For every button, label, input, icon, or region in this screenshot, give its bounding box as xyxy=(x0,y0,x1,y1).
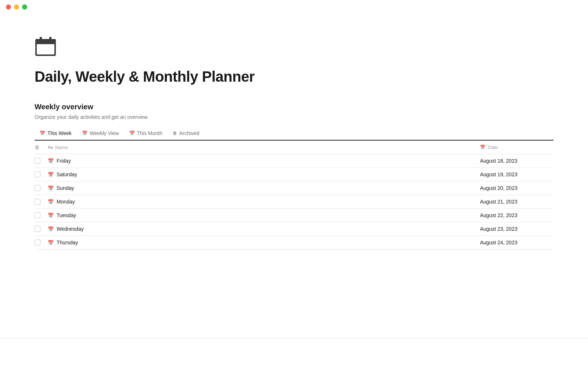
date-header-icon: 📅 xyxy=(480,145,485,150)
maximize-button[interactable] xyxy=(22,4,27,10)
table-row: 📅 Monday August 21, 2023 xyxy=(35,195,553,209)
trash-header-icon: 🗑 xyxy=(35,144,40,150)
section-title: Weekly overview xyxy=(35,103,553,111)
table-row: 📅 Saturday August 19, 2023 xyxy=(35,168,553,181)
row-date-col-2: August 19, 2023 xyxy=(480,171,553,177)
header-check-col: 🗑 xyxy=(35,144,48,150)
row-cal-icon-4: 📅 xyxy=(48,199,54,205)
table-row: 📅 Thursday August 24, 2023 xyxy=(35,236,553,250)
calendar-icon-2: 📅 xyxy=(82,131,87,136)
checkbox-6[interactable] xyxy=(35,226,40,232)
table-row: 📅 Tuesday August 22, 2023 xyxy=(35,209,553,222)
tab-bar: 📅 This Week 📅 Weekly View 📅 This Month 🗑… xyxy=(35,127,553,141)
aa-icon: Aa xyxy=(48,145,53,149)
checkbox-2[interactable] xyxy=(35,171,40,177)
checkbox-4[interactable] xyxy=(35,199,40,205)
row-check-col-5 xyxy=(35,212,48,218)
header-name-col: Aa Name xyxy=(48,145,480,150)
tab-this-month[interactable]: 📅 This Month xyxy=(124,127,168,141)
row-date-col-7: August 24, 2023 xyxy=(480,240,553,245)
row-cal-icon-6: 📅 xyxy=(48,226,54,232)
row-check-col-4 xyxy=(35,199,48,205)
minimize-button[interactable] xyxy=(14,4,19,10)
row-cal-icon-2: 📅 xyxy=(48,172,54,177)
trash-icon: 🗑 xyxy=(173,131,177,136)
page-icon xyxy=(35,36,553,68)
section-description: Organize your daily activities and get a… xyxy=(35,114,553,120)
row-name-col-1: 📅 Friday xyxy=(48,158,480,164)
row-date-col-1: August 18, 2023 xyxy=(480,158,553,164)
calendar-icon: 📅 xyxy=(40,131,45,136)
row-name-col-3: 📅 Sunday xyxy=(48,185,480,191)
page-title: Daily, Weekly & Monthly Planner xyxy=(35,68,553,85)
row-name-col-6: 📅 Wednesday xyxy=(48,226,480,232)
calendar-icon-3: 📅 xyxy=(129,131,135,136)
table-header: 🗑 Aa Name 📅 Date xyxy=(35,141,553,154)
tab-archived[interactable]: 🗑 Archived xyxy=(168,127,204,141)
row-check-col-2 xyxy=(35,171,48,177)
table-row: 📅 Wednesday August 23, 2023 xyxy=(35,222,553,236)
row-name-col-5: 📅 Tuesday xyxy=(48,212,480,218)
row-date-col-6: August 23, 2023 xyxy=(480,226,553,232)
row-cal-icon-7: 📅 xyxy=(48,240,54,245)
checkbox-1[interactable] xyxy=(35,158,40,164)
row-date-col-5: August 22, 2023 xyxy=(480,212,553,218)
row-date-col-3: August 20, 2023 xyxy=(480,185,553,191)
row-name-col-2: 📅 Saturday xyxy=(48,171,480,177)
row-name-col-4: 📅 Monday xyxy=(48,199,480,205)
row-check-col-3 xyxy=(35,185,48,191)
row-check-col-6 xyxy=(35,226,48,232)
row-cal-icon-1: 📅 xyxy=(48,158,54,164)
checkbox-5[interactable] xyxy=(35,212,40,218)
row-date-col-4: August 21, 2023 xyxy=(480,199,553,205)
table-row: 📅 Sunday August 20, 2023 xyxy=(35,181,553,195)
header-date-col: 📅 Date xyxy=(480,145,553,150)
bottom-divider xyxy=(0,338,588,339)
tab-weekly-view[interactable]: 📅 Weekly View xyxy=(77,127,124,141)
row-check-col-1 xyxy=(35,158,48,164)
table-row: 📅 Friday August 18, 2023 xyxy=(35,154,553,168)
row-name-col-7: 📅 Thursday xyxy=(48,240,480,245)
row-check-col-7 xyxy=(35,240,48,245)
checkbox-3[interactable] xyxy=(35,185,40,191)
close-button[interactable] xyxy=(6,4,11,10)
svg-rect-4 xyxy=(35,39,56,44)
main-content: Daily, Weekly & Monthly Planner Weekly o… xyxy=(0,36,588,250)
tab-this-week[interactable]: 📅 This Week xyxy=(35,127,77,141)
row-cal-icon-3: 📅 xyxy=(48,185,54,191)
titlebar xyxy=(0,0,588,14)
row-cal-icon-5: 📅 xyxy=(48,213,54,218)
table-body: 📅 Friday August 18, 2023 📅 Saturday Augu… xyxy=(35,154,553,250)
checkbox-7[interactable] xyxy=(35,240,40,245)
